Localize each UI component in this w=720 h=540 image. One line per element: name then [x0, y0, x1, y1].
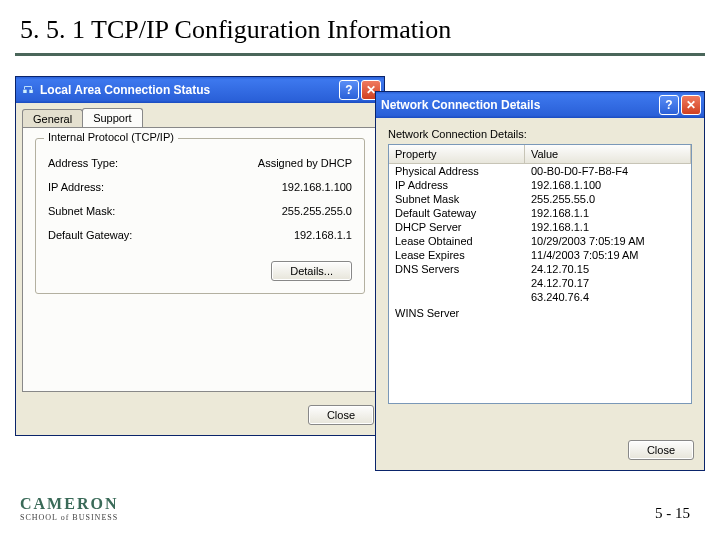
- grid-row[interactable]: Lease Expires11/4/2003 7:05:19 AM: [389, 248, 691, 262]
- kv-value: Assigned by DHCP: [258, 157, 352, 169]
- grid-row[interactable]: DNS Servers24.12.70.15: [389, 262, 691, 276]
- col-property[interactable]: Property: [389, 145, 525, 164]
- close-icon[interactable]: ✕: [681, 95, 701, 115]
- status-titlebar[interactable]: Local Area Connection Status ? ✕: [16, 77, 384, 103]
- tabstrip: General Support: [22, 108, 378, 127]
- title-divider: [15, 53, 705, 56]
- tab-general[interactable]: General: [22, 109, 83, 128]
- cell-property: DNS Servers: [389, 262, 525, 276]
- page-number: 5 - 15: [655, 505, 690, 522]
- grid-row[interactable]: 63.240.76.4: [389, 290, 691, 304]
- kv-row: Address Type: Assigned by DHCP: [48, 151, 352, 175]
- cell-property: WINS Server: [389, 306, 525, 320]
- kv-row: Subnet Mask: 255.255.255.0: [48, 199, 352, 223]
- kv-value: 255.255.255.0: [282, 205, 352, 217]
- details-body: Network Connection Details: Property Val…: [376, 118, 704, 470]
- cell-value: [525, 306, 691, 320]
- cell-property: Default Gateway: [389, 206, 525, 220]
- grid-row[interactable]: IP Address192.168.1.100: [389, 178, 691, 192]
- help-button[interactable]: ?: [659, 95, 679, 115]
- close-button[interactable]: Close: [628, 440, 694, 460]
- cell-value: 192.168.1.1: [525, 206, 691, 220]
- cell-value: 192.168.1.1: [525, 220, 691, 234]
- kv-label: Address Type:: [48, 157, 118, 169]
- grid-header: Property Value: [389, 145, 691, 164]
- connection-icon: [21, 83, 35, 97]
- cell-value: 192.168.1.100: [525, 178, 691, 192]
- status-window: Local Area Connection Status ? ✕ General…: [15, 76, 385, 436]
- grid-row[interactable]: DHCP Server192.168.1.1: [389, 220, 691, 234]
- slide-title: 5. 5. 1 TCP/IP Configuration Information: [0, 0, 720, 53]
- kv-value: 192.168.1.100: [282, 181, 352, 193]
- details-caption: Network Connection Details:: [388, 128, 692, 140]
- logo: CAMERON SCHOOL of BUSINESS: [20, 495, 118, 522]
- screenshot-area: Local Area Connection Status ? ✕ General…: [15, 76, 705, 476]
- grid-row[interactable]: 24.12.70.17: [389, 276, 691, 290]
- col-value[interactable]: Value: [525, 145, 691, 164]
- cell-property: Lease Obtained: [389, 234, 525, 248]
- details-window: Network Connection Details ? ✕ Network C…: [375, 91, 705, 471]
- tab-support[interactable]: Support: [82, 108, 143, 127]
- support-panel: Internal Protocol (TCP/IP) Address Type:…: [22, 127, 378, 392]
- cell-value: 10/29/2003 7:05:19 AM: [525, 234, 691, 248]
- cell-value: 00-B0-D0-F7-B8-F4: [525, 164, 691, 178]
- svg-rect-0: [23, 89, 27, 93]
- tcpip-group: Internal Protocol (TCP/IP) Address Type:…: [35, 138, 365, 294]
- kv-table: Address Type: Assigned by DHCP IP Addres…: [48, 151, 352, 247]
- help-button[interactable]: ?: [339, 80, 359, 100]
- status-button-row: Close: [308, 405, 374, 425]
- details-title-text: Network Connection Details: [381, 98, 659, 112]
- cell-property: DHCP Server: [389, 220, 525, 234]
- cell-property: Lease Expires: [389, 248, 525, 262]
- cell-value: 24.12.70.15: [525, 262, 691, 276]
- kv-label: Default Gateway:: [48, 229, 132, 241]
- cell-value: 24.12.70.17: [525, 276, 691, 290]
- grid-row[interactable]: WINS Server: [389, 306, 691, 320]
- details-button[interactable]: Details...: [271, 261, 352, 281]
- status-title-text: Local Area Connection Status: [40, 83, 339, 97]
- svg-rect-1: [29, 89, 33, 93]
- grid-body: Physical Address00-B0-D0-F7-B8-F4IP Addr…: [389, 164, 691, 320]
- grid-row[interactable]: Physical Address00-B0-D0-F7-B8-F4: [389, 164, 691, 178]
- grid-row[interactable]: Lease Obtained10/29/2003 7:05:19 AM: [389, 234, 691, 248]
- logo-main: CAMERON: [20, 495, 118, 513]
- group-legend: Internal Protocol (TCP/IP): [44, 131, 178, 143]
- cell-property: [389, 276, 525, 290]
- grid-row[interactable]: Subnet Mask255.255.55.0: [389, 192, 691, 206]
- kv-row: Default Gateway: 192.168.1.1: [48, 223, 352, 247]
- grid-row[interactable]: Default Gateway192.168.1.1: [389, 206, 691, 220]
- close-button[interactable]: Close: [308, 405, 374, 425]
- kv-value: 192.168.1.1: [294, 229, 352, 241]
- details-grid: Property Value Physical Address00-B0-D0-…: [388, 144, 692, 404]
- slide-footer: CAMERON SCHOOL of BUSINESS 5 - 15: [0, 495, 720, 522]
- cell-value: 63.240.76.4: [525, 290, 691, 304]
- cell-property: Subnet Mask: [389, 192, 525, 206]
- cell-property: IP Address: [389, 178, 525, 192]
- details-titlebar[interactable]: Network Connection Details ? ✕: [376, 92, 704, 118]
- cell-property: [389, 290, 525, 304]
- cell-property: Physical Address: [389, 164, 525, 178]
- kv-label: IP Address:: [48, 181, 104, 193]
- kv-label: Subnet Mask:: [48, 205, 115, 217]
- logo-sub: SCHOOL of BUSINESS: [20, 513, 118, 522]
- cell-value: 11/4/2003 7:05:19 AM: [525, 248, 691, 262]
- kv-row: IP Address: 192.168.1.100: [48, 175, 352, 199]
- cell-value: 255.255.55.0: [525, 192, 691, 206]
